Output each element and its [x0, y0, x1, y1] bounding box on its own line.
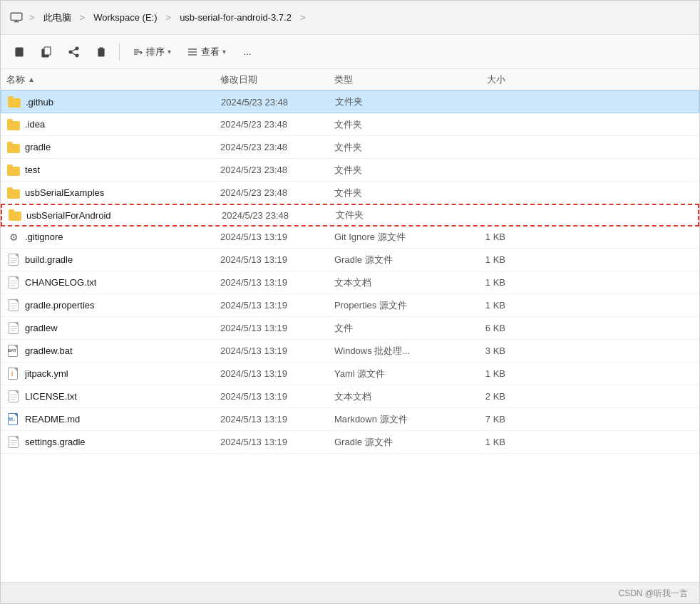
svg-point-8	[76, 47, 78, 50]
breadcrumb-thispc[interactable]: 此电脑	[41, 10, 74, 26]
file-name-col: build.gradle	[6, 254, 220, 266]
new-button[interactable]	[8, 40, 32, 64]
more-label: ...	[244, 46, 252, 57]
file-row[interactable]: usbSerialExamples2024/5/23 23:48文件夹	[1, 182, 699, 204]
statusbar-text: CSDN @听我一言	[618, 588, 688, 600]
file-name-text: usbSerialForAndroid	[26, 210, 111, 221]
file-name-text: gradle	[25, 142, 51, 152]
file-name-text: gradle.properties	[25, 300, 95, 311]
bat-file-icon: BAT	[7, 345, 20, 358]
header-date[interactable]: 修改日期	[220, 73, 334, 86]
header-size[interactable]: 大小	[448, 73, 505, 86]
file-name-col: BATgradlew.bat	[6, 345, 220, 358]
titlebar: > 此电脑 > Workspace (E:) > usb-serial-for-…	[1, 1, 699, 35]
view-button[interactable]: 查看 ▾	[180, 40, 232, 64]
header-type[interactable]: 类型	[334, 73, 448, 86]
file-name-text: test	[25, 165, 40, 175]
file-row[interactable]: BATgradlew.bat2024/5/13 13:19Windows 批处理…	[1, 340, 699, 363]
file-file-icon	[8, 322, 19, 335]
file-row[interactable]: .github2024/5/23 23:48文件夹	[1, 90, 699, 113]
file-type: Properties 源文件	[334, 299, 448, 312]
file-name-text: usbSerialExamples	[25, 187, 104, 198]
file-name-col: usbSerialForAndroid	[8, 209, 222, 221]
file-name-col: .github	[7, 96, 221, 108]
file-row[interactable]: !jitpack.yml2024/5/13 13:19Yaml 源文件1 KB	[1, 363, 699, 385]
svg-rect-0	[11, 13, 22, 20]
breadcrumb-current[interactable]: usb-serial-for-android-3.7.2	[177, 11, 294, 24]
file-row[interactable]: M↓README.md2024/5/13 13:19Markdown 源文件7 …	[1, 408, 699, 431]
file-name-text: LICENSE.txt	[25, 391, 77, 402]
file-name-text: gradlew	[25, 323, 58, 333]
file-name-text: gradlew.bat	[25, 345, 73, 356]
file-size: 1 KB	[448, 368, 505, 379]
file-date: 2024/5/13 13:19	[220, 414, 334, 425]
computer-icon	[9, 11, 24, 25]
sort-chevron: ▾	[168, 48, 171, 56]
file-name-col: .idea	[6, 119, 220, 130]
view-chevron: ▾	[222, 48, 226, 56]
sort-arrow: ▲	[28, 76, 35, 83]
file-type: Yaml 源文件	[334, 368, 448, 380]
header-name[interactable]: 名称 ▲	[6, 73, 220, 86]
more-button[interactable]: ...	[235, 40, 259, 64]
folder-icon	[7, 142, 20, 153]
file-row[interactable]: gradle2024/5/23 23:48文件夹	[1, 136, 699, 159]
file-row[interactable]: gradlew2024/5/13 13:19文件6 KB	[1, 317, 699, 340]
file-name-col: M↓README.md	[6, 413, 220, 426]
file-row[interactable]: CHANGELOG.txt2024/5/13 13:19文本文档1 KB	[1, 271, 699, 294]
file-name-text: .github	[26, 97, 53, 108]
file-date: 2024/5/13 13:19	[220, 254, 334, 265]
file-name-text: README.md	[25, 414, 80, 425]
file-type: 文本文档	[334, 390, 448, 403]
share-button[interactable]	[62, 40, 86, 64]
file-type: Gradle 源文件	[334, 254, 448, 266]
sort-label: 排序	[146, 46, 165, 58]
file-name-text: .idea	[25, 119, 45, 130]
file-row[interactable]: settings.gradle2024/5/13 13:19Gradle 源文件…	[1, 431, 699, 454]
svg-line-11	[72, 49, 76, 51]
folder-icon	[7, 187, 20, 199]
folder-icon	[8, 96, 21, 108]
file-size: 1 KB	[448, 300, 505, 311]
file-size: 1 KB	[448, 437, 505, 447]
file-date: 2024/5/13 13:19	[220, 323, 334, 333]
file-size: 6 KB	[448, 323, 505, 333]
file-type: 文件夹	[336, 209, 450, 222]
toolbar: 排序 ▾ 查看 ▾ ...	[1, 35, 699, 69]
file-type: 文件夹	[334, 141, 448, 154]
svg-point-9	[76, 54, 78, 57]
file-row[interactable]: usbSerialForAndroid2024/5/23 23:48文件夹	[1, 204, 699, 226]
file-row[interactable]: LICENSE.txt2024/5/13 13:19文本文档2 KB	[1, 385, 699, 408]
file-date: 2024/5/13 13:19	[220, 231, 334, 242]
file-size: 3 KB	[448, 345, 505, 356]
file-name-col: ⚙.gitignore	[6, 231, 220, 243]
file-row[interactable]: gradle.properties2024/5/13 13:19Properti…	[1, 294, 699, 317]
file-type: 文件夹	[334, 187, 448, 199]
file-name-col: gradle.properties	[6, 299, 220, 312]
file-file-icon	[8, 390, 19, 403]
toolbar-separator-1	[119, 43, 120, 61]
file-type: Gradle 源文件	[334, 436, 448, 449]
file-date: 2024/5/23 23:48	[220, 119, 334, 130]
file-row[interactable]: test2024/5/23 23:48文件夹	[1, 159, 699, 182]
file-file-icon	[8, 436, 19, 449]
delete-button[interactable]	[89, 40, 113, 64]
file-row[interactable]: ⚙.gitignore2024/5/13 13:19Git Ignore 源文件…	[1, 226, 699, 249]
file-row[interactable]: build.gradle2024/5/13 13:19Gradle 源文件1 K…	[1, 249, 699, 271]
file-name-text: settings.gradle	[25, 437, 86, 447]
file-date: 2024/5/13 13:19	[220, 345, 334, 356]
statusbar: CSDN @听我一言	[1, 582, 699, 604]
file-date: 2024/5/13 13:19	[220, 437, 334, 447]
file-list: .github2024/5/23 23:48文件夹.idea2024/5/23 …	[1, 90, 699, 582]
file-name-col: !jitpack.yml	[6, 368, 220, 380]
breadcrumb-workspace[interactable]: Workspace (E:)	[91, 11, 160, 24]
file-date: 2024/5/13 13:19	[220, 368, 334, 379]
svg-rect-14	[98, 49, 104, 56]
file-date: 2024/5/23 23:48	[222, 210, 336, 221]
file-row[interactable]: .idea2024/5/23 23:48文件夹	[1, 113, 699, 136]
file-size: 1 KB	[448, 277, 505, 288]
sort-button[interactable]: 排序 ▾	[125, 40, 177, 64]
copy-button[interactable]	[35, 40, 59, 64]
breadcrumb-sep-0: >	[29, 12, 35, 23]
file-type: Markdown 源文件	[334, 413, 448, 426]
